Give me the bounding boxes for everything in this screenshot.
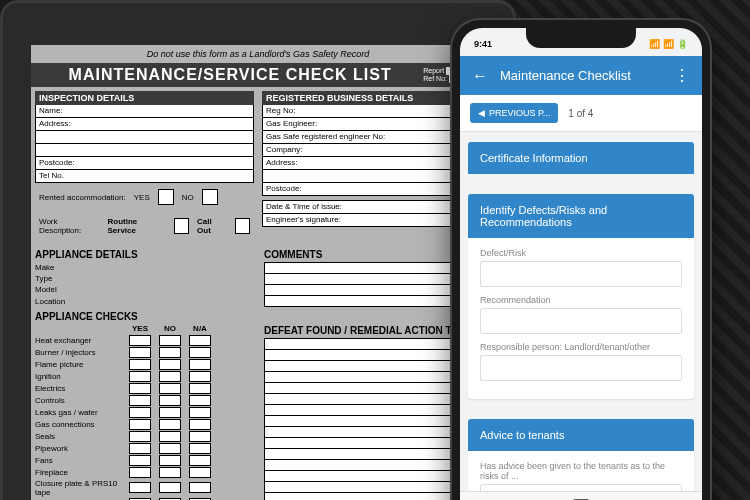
routine-checkbox[interactable] — [174, 218, 189, 234]
check-yes[interactable] — [129, 359, 151, 370]
callout-label: Call Out — [197, 217, 226, 235]
check-yes[interactable] — [129, 335, 151, 346]
check-item-label: Leaks gas / water — [35, 408, 125, 417]
advice-label: Has advice been given to the tenants as … — [480, 461, 682, 481]
check-yes[interactable] — [129, 455, 151, 466]
check-row: Ignition — [35, 371, 252, 382]
address-label: Address: — [39, 119, 71, 129]
section-advice[interactable]: Advice to tenants — [468, 419, 694, 451]
check-yes[interactable] — [129, 482, 151, 493]
battery-icon: 🔋 — [677, 39, 688, 49]
check-yes[interactable] — [129, 431, 151, 442]
menu-dots-icon[interactable]: ⋮ — [674, 66, 690, 85]
business-details: REGISTERED BUSINESS DETAILS Reg No: Gas … — [262, 91, 481, 241]
check-yes[interactable] — [129, 395, 151, 406]
business-header: REGISTERED BUSINESS DETAILS — [262, 91, 481, 105]
list-item: Type — [35, 273, 252, 284]
previous-page-button[interactable]: ◀PREVIOUS P... — [470, 103, 558, 123]
check-yes[interactable] — [129, 347, 151, 358]
check-na[interactable] — [189, 455, 211, 466]
check-na[interactable] — [189, 335, 211, 346]
check-no[interactable] — [159, 383, 181, 394]
routine-label: Routine Service — [108, 217, 166, 235]
defeat-box[interactable] — [264, 338, 481, 500]
check-no[interactable] — [159, 407, 181, 418]
defect-input[interactable] — [480, 261, 682, 287]
rented-yes-checkbox[interactable] — [158, 189, 174, 205]
recommendation-label: Recommendation — [480, 295, 682, 305]
check-no[interactable] — [159, 443, 181, 454]
defeat-header: DEFEAT FOUND / REMEDIAL ACTION TAKEN — [264, 325, 481, 336]
rented-no-checkbox[interactable] — [202, 189, 218, 205]
sig-label: Engineer's signature: — [266, 215, 341, 225]
check-na[interactable] — [189, 407, 211, 418]
phone-notch — [526, 28, 636, 48]
check-na[interactable] — [189, 431, 211, 442]
callout-checkbox[interactable] — [235, 218, 250, 234]
biz-address-label: Address: — [266, 158, 298, 168]
app-title: Maintenance Checklist — [500, 68, 662, 83]
check-na[interactable] — [189, 383, 211, 394]
check-yes[interactable] — [129, 371, 151, 382]
check-no[interactable] — [159, 395, 181, 406]
check-no[interactable] — [159, 467, 181, 478]
gassafe-label: Gas Safe registered engineer No: — [266, 132, 385, 142]
check-na[interactable] — [189, 467, 211, 478]
check-na[interactable] — [189, 482, 211, 493]
form-title-bar: MAINTENANCE/SERVICE CHECK LIST Report Re… — [31, 63, 485, 87]
biz-postcode-label: Postcode: — [266, 184, 302, 194]
check-no[interactable] — [159, 482, 181, 493]
company-label: Company: — [266, 145, 302, 155]
comments-header: COMMENTS — [264, 249, 481, 260]
yes-label: YES — [134, 193, 150, 202]
check-yes[interactable] — [129, 383, 151, 394]
form-title: MAINTENANCE/SERVICE CHECK LIST — [37, 66, 423, 84]
check-item-label: Flame picture — [35, 360, 125, 369]
check-na[interactable] — [189, 443, 211, 454]
comments-box[interactable] — [264, 262, 481, 307]
check-na[interactable] — [189, 395, 211, 406]
check-no[interactable] — [159, 431, 181, 442]
check-row: Gas connections — [35, 419, 252, 430]
check-na[interactable] — [189, 347, 211, 358]
back-arrow-icon[interactable]: ← — [472, 67, 488, 85]
pager-text: 1 of 4 — [568, 108, 593, 119]
report-label: Report — [423, 67, 444, 75]
check-no[interactable] — [159, 419, 181, 430]
check-yes[interactable] — [129, 419, 151, 430]
check-item-label: Pipework — [35, 444, 125, 453]
check-no[interactable] — [159, 371, 181, 382]
check-yes[interactable] — [129, 443, 151, 454]
wifi-icon: 📶 — [663, 39, 674, 49]
section-defects[interactable]: Identify Defects/Risks and Recommendatio… — [468, 194, 694, 238]
rented-label: Rented accommodation: — [39, 193, 126, 202]
check-row: Closure plate & PRS10 tape — [35, 479, 252, 497]
check-no[interactable] — [159, 455, 181, 466]
check-yes[interactable] — [129, 467, 151, 478]
check-item-label: Gas connections — [35, 420, 125, 429]
tablet-screen: Do not use this form as a Landlord's Gas… — [31, 45, 485, 500]
check-no[interactable] — [159, 335, 181, 346]
tel-label: Tel No. — [39, 171, 64, 181]
check-na[interactable] — [189, 371, 211, 382]
check-item-label: Ignition — [35, 372, 125, 381]
check-no[interactable] — [159, 359, 181, 370]
check-item-label: Fireplace — [35, 468, 125, 477]
check-no[interactable] — [159, 347, 181, 358]
postcode-label: Postcode: — [39, 158, 75, 168]
responsible-input[interactable] — [480, 355, 682, 381]
refno-label: Ref No: — [423, 75, 447, 83]
check-row: Fireplace — [35, 467, 252, 478]
section-certificate-info[interactable]: Certificate Information — [468, 142, 694, 174]
inspection-details: INSPECTION DETAILS Name: Address: Postco… — [35, 91, 254, 241]
check-yes[interactable] — [129, 407, 151, 418]
check-row: Controls — [35, 395, 252, 406]
recommendation-input[interactable] — [480, 308, 682, 334]
check-item-label: Seals — [35, 432, 125, 441]
check-na[interactable] — [189, 419, 211, 430]
check-item-label: Electrics — [35, 384, 125, 393]
defects-card: Defect/Risk Recommendation Responsible p… — [468, 238, 694, 399]
check-item-label: Fans — [35, 456, 125, 465]
col-na: N/A — [185, 324, 215, 333]
check-na[interactable] — [189, 359, 211, 370]
